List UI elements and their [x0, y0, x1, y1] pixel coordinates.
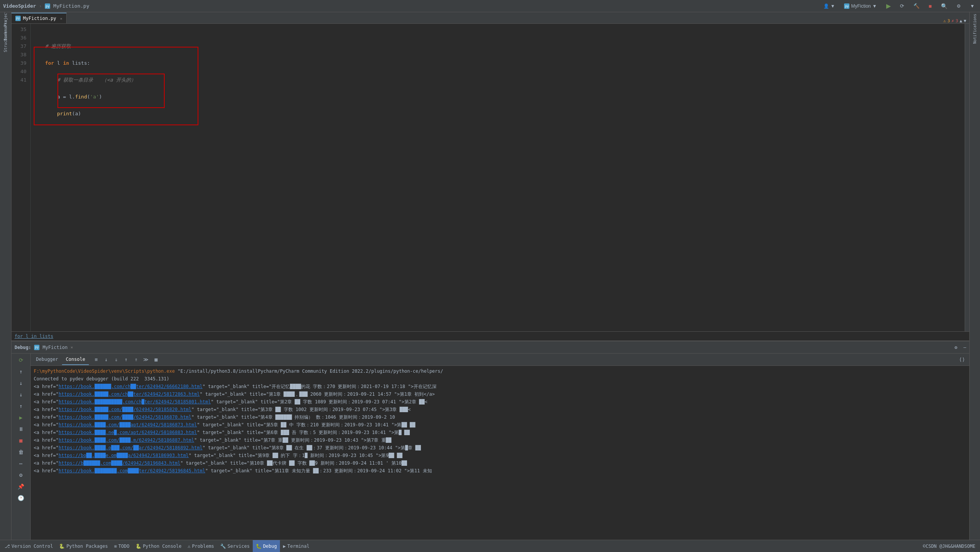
line-num-38: 38: [11, 51, 26, 59]
console-line-11: <a href="https://bo██.████e.om████a/6249…: [34, 452, 966, 459]
breadcrumb-text: for l in lists: [15, 334, 53, 339]
build-button[interactable]: 🔨: [911, 2, 922, 10]
debugger-tab[interactable]: Debugger: [32, 354, 62, 365]
debug-header: Debug: py MyFiction ✕ ⚙ —: [11, 341, 969, 354]
console-line-4: <a href="https://book.██████████.com/ch█…: [34, 398, 966, 406]
user-button[interactable]: 👤 ▼: [821, 3, 837, 10]
line-num-41: 41: [11, 76, 26, 84]
pause-button[interactable]: ⏸: [16, 424, 26, 434]
debug-grid-button[interactable]: ▦: [152, 355, 160, 364]
todo-label: TODO: [118, 544, 129, 549]
run-button[interactable]: ▶: [884, 2, 893, 10]
title-bar-right: 👤 ▼ py MyFiction ▼ ▶ ⟳ 🔨 ■ 🔍 ⚙ ▼: [821, 2, 977, 10]
status-todo[interactable]: ≡ TODO: [111, 540, 133, 552]
sidebar-structure-icon[interactable]: Structure: [1, 37, 11, 47]
code-line-38: # 获取一条目录 （<a 开头的）: [39, 76, 965, 84]
editor-toolbar-right: ⚠ 3 ✗ 3 ▲ ▼: [940, 18, 969, 23]
console-tab-label: Console: [66, 357, 85, 362]
file-icon: py: [45, 3, 50, 9]
status-bar: ⎇ Version Control 🐍 Python Packages ≡ TO…: [0, 540, 980, 552]
debug-session-icon: py: [34, 345, 39, 350]
more-button[interactable]: ▼: [968, 3, 977, 10]
rerun-button[interactable]: ⟳: [898, 2, 906, 10]
debug-label: Debug:: [15, 345, 31, 350]
title-separator: ›: [39, 3, 42, 9]
debug-scroll-down-button[interactable]: ↓: [102, 355, 110, 364]
python-packages-label: Python Packages: [66, 544, 108, 549]
sidebar-structure-label: Structure: [3, 31, 8, 52]
warning-icon: ⚠: [943, 18, 946, 23]
debug-more-button[interactable]: ⋯: [16, 459, 26, 468]
status-terminal[interactable]: ▶ Terminal: [280, 540, 312, 552]
status-debug[interactable]: 🐛 Debug: [253, 540, 280, 552]
debug-trash-button[interactable]: 🗑: [16, 447, 26, 457]
services-icon: 🔧: [220, 544, 226, 549]
rerun-debug-button[interactable]: ⟳: [16, 355, 26, 365]
step-out-button[interactable]: ↑: [16, 401, 26, 411]
debug-panel: Debug: py MyFiction ✕ ⚙ — ⟳ ↑ ↓ ↓ ↑ ▶ ⏸: [11, 341, 969, 540]
editor-scrollbar[interactable]: [965, 24, 969, 331]
search-button[interactable]: 🔍: [939, 2, 950, 10]
console-output[interactable]: F:\myPythonCode\VideoSpider\venv\Scripts…: [31, 366, 969, 540]
status-python-packages[interactable]: 🐍 Python Packages: [56, 540, 111, 552]
step-over-up-button[interactable]: ↑: [16, 367, 26, 377]
notifications-label[interactable]: Notifications: [973, 14, 977, 44]
debug-scroll-up-end-button[interactable]: ⇓: [112, 355, 120, 364]
debug-scroll-top-button[interactable]: ⇑: [132, 355, 140, 364]
status-problems[interactable]: ⚠ Problems: [185, 540, 217, 552]
console-line-0: F:\myPythonCode\VideoSpider\venv\Scripts…: [34, 367, 966, 375]
right-sidebar: Notifications: [969, 12, 980, 540]
debug-scroll-up-button[interactable]: ↑: [122, 355, 130, 364]
step-into-button[interactable]: ↓: [16, 378, 26, 388]
version-control-icon: ⎇: [5, 544, 10, 549]
debug-minimize-button[interactable]: —: [964, 345, 966, 350]
console-line-3: <a href="https://book.█████.com/ch██ter/…: [34, 390, 966, 398]
breadcrumb-link[interactable]: for l in lists: [15, 334, 53, 339]
python-packages-icon: 🐍: [59, 544, 65, 549]
code-line-36: # 遍历获取: [39, 42, 965, 51]
step-over-button[interactable]: ↓: [16, 390, 26, 400]
settings-button[interactable]: ⚙: [954, 3, 963, 10]
status-python-console[interactable]: 🐍 Python Console: [133, 540, 185, 552]
debug-settings-icon[interactable]: ⚙: [16, 470, 26, 480]
error-count: 3: [955, 18, 958, 23]
stop-button[interactable]: ■: [926, 2, 934, 10]
console-line-8: <a href="https://book.████.ne█.com/apt/6…: [34, 429, 966, 436]
stop-debug-button[interactable]: ■: [16, 436, 26, 446]
debug-session-close[interactable]: ✕: [70, 345, 73, 349]
line-num-40: 40: [11, 67, 26, 76]
problems-label: Problems: [192, 544, 214, 549]
status-version-control[interactable]: ⎇ Version Control: [2, 540, 56, 552]
tab-label: MyFiction.py: [23, 16, 56, 21]
collapse-up-button[interactable]: ▲: [960, 18, 962, 23]
debug-fast-forward-button[interactable]: ≫: [142, 355, 150, 364]
code-content[interactable]: # 遍历获取 for l in lists: # 获取一条目录 （<a 开头的）…: [34, 24, 965, 331]
console-line-6: <a href="https://book.█████.com/████/624…: [34, 413, 966, 421]
debugger-tab-label: Debugger: [36, 357, 58, 362]
line-num-37: 37: [11, 42, 26, 51]
console-line-2: <a href="https://book.██████.com/ch██ter…: [34, 383, 966, 390]
editor-tab-myfiction[interactable]: py MyFiction.py ✕: [11, 13, 67, 23]
left-sidebar: Project Bookmarks Structure: [0, 12, 11, 540]
code-line-37: for l in lists:: [39, 59, 965, 67]
run-config-button[interactable]: py MyFiction ▼: [842, 3, 879, 10]
code-line-40: print(a): [39, 110, 965, 118]
debug-pin-button[interactable]: 📌: [16, 482, 26, 491]
version-control-label: Version Control: [11, 544, 53, 549]
console-area: Debugger Console ≡ ↓ ⇓ ↑ ⇑ ≫ ▦: [31, 354, 969, 540]
code-editor[interactable]: 35 36 37 38 39 40 41 # 遍历获取 for l in lis…: [11, 24, 969, 331]
status-services[interactable]: 🔧 Services: [217, 540, 253, 552]
collapse-down-button[interactable]: ▼: [964, 18, 966, 23]
console-tab[interactable]: Console: [62, 354, 89, 365]
debug-toolbar: ≡ ↓ ⇓ ↑ ⇑ ≫ ▦: [92, 355, 160, 364]
console-line-13: <a href="https://book.████████.com████te…: [34, 467, 966, 475]
main-area: Project Bookmarks Structure py MyFiction…: [0, 12, 980, 540]
debug-clock-button[interactable]: 🕐: [16, 493, 26, 503]
resume-button[interactable]: ▶: [16, 413, 26, 423]
debug-expand-button[interactable]: ⟨⟩: [958, 355, 966, 364]
terminal-label: Terminal: [287, 544, 309, 549]
tab-close-button[interactable]: ✕: [60, 16, 62, 21]
debug-clear-button[interactable]: ≡: [92, 355, 100, 364]
warning-count: 3: [947, 18, 950, 23]
debug-settings-button[interactable]: ⚙: [955, 345, 957, 350]
